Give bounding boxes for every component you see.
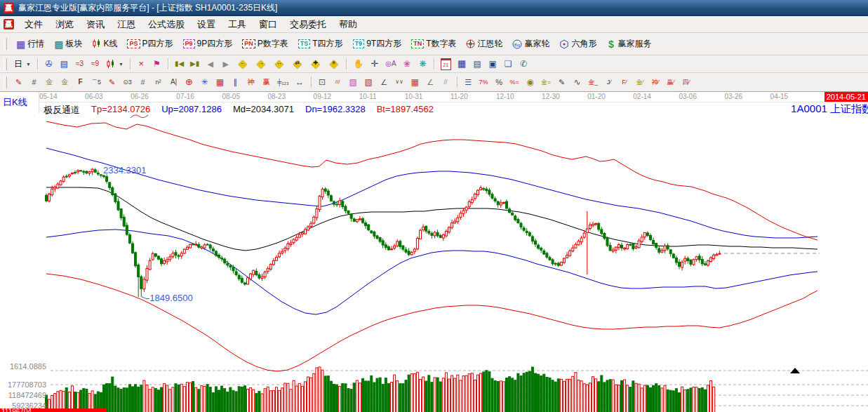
gann-lines-button[interactable]: # xyxy=(27,76,41,89)
measure-tool-button[interactable]: ◎A xyxy=(382,58,399,71)
f-lines-button[interactable]: F xyxy=(73,76,88,89)
menu-item-help[interactable]: 帮助 xyxy=(333,17,363,32)
si-angle-button[interactable]: 四∕ xyxy=(679,76,693,89)
fan-lines-button[interactable]: /// xyxy=(330,76,345,89)
gold-lines2-button[interactable]: 金 xyxy=(58,76,72,89)
shen-tool-button[interactable]: 神 xyxy=(243,76,258,89)
p-square-button[interactable]: PSP四方形 xyxy=(123,36,177,51)
save-button[interactable]: ▣ xyxy=(486,58,500,71)
pct-line-button[interactable]: %= xyxy=(507,76,522,89)
circle3-button[interactable]: ⊙3 xyxy=(120,76,135,89)
network-tool-button[interactable]: ✇ xyxy=(41,58,56,71)
angle2-button[interactable]: ∠ xyxy=(423,76,438,89)
9t-square-button[interactable]: T99T四方形 xyxy=(349,36,406,51)
period-label[interactable]: 日K线 xyxy=(3,96,27,109)
menu-item-window[interactable]: 窗口 xyxy=(253,17,283,32)
menu-item-formula-pick[interactable]: 公式选股 xyxy=(142,17,191,32)
pink-grid-button[interactable]: ▨ xyxy=(346,76,361,89)
tick-marks-button[interactable]: ∥ xyxy=(228,76,243,89)
t-table-button[interactable]: TNT数字表 xyxy=(407,36,460,51)
f-angle-button[interactable]: F∕ xyxy=(617,76,632,89)
pct-button[interactable]: % xyxy=(492,76,507,89)
gann-wheel-button[interactable]: 江恩轮 xyxy=(462,36,507,51)
menu-item-news[interactable]: 资讯 xyxy=(80,17,111,32)
spiral5-button[interactable]: ⌒5 xyxy=(88,76,104,89)
toolbar-grip[interactable] xyxy=(4,77,7,88)
hand-tool-button[interactable]: ✋ xyxy=(350,58,366,71)
notes-button[interactable]: ▤ xyxy=(470,58,485,71)
calculator-button[interactable]: ▦ xyxy=(455,58,469,71)
date-axis[interactable]: 05-1406-0306-2607-1608-0508-2309-1210-11… xyxy=(39,92,868,102)
shrink-all-button[interactable]: ◆✳ xyxy=(325,57,342,72)
wave9-button[interactable]: ≈9 xyxy=(88,58,102,71)
angle-lines-button[interactable]: ∠ xyxy=(377,76,392,89)
vruler-button[interactable]: ☰ xyxy=(461,76,476,89)
hatch-grid-button[interactable]: ▧ xyxy=(361,76,376,89)
menu-item-file[interactable]: 文件 xyxy=(18,17,49,32)
calendar-button[interactable]: 21 xyxy=(438,57,454,72)
brain-tool-button[interactable]: ❋ xyxy=(415,58,430,71)
ying-tool-button[interactable]: 赢 xyxy=(259,76,274,89)
compass-button[interactable]: ⊕ xyxy=(182,76,196,89)
menu-item-trade-order[interactable]: 交易委托 xyxy=(283,17,333,32)
flower-tool-button[interactable]: ❀ xyxy=(400,58,415,71)
gold-angle-button[interactable]: 金∕ xyxy=(632,76,647,89)
9p-square-button[interactable]: P99P四方形 xyxy=(179,36,237,51)
ying-angle-button[interactable]: 赢∕ xyxy=(663,76,678,89)
gold-lines-button[interactable]: 金 xyxy=(42,76,57,89)
box-tool-button[interactable]: ⊡ xyxy=(315,76,330,89)
winner-wheel-button[interactable]: Big赢家轮 xyxy=(508,36,554,51)
j-angle-button[interactable]: J∕ xyxy=(601,76,616,89)
go-first-button[interactable]: ▮◀ xyxy=(172,58,187,71)
export-button[interactable]: ❏ xyxy=(501,58,516,71)
grid-web-button[interactable]: ▦ xyxy=(213,76,227,89)
go-last-button[interactable]: ▶▮ xyxy=(187,58,202,71)
toolbar-grip[interactable] xyxy=(4,38,7,50)
menu-item-tools[interactable]: 工具 xyxy=(222,17,253,32)
menu-item-gann[interactable]: 江恩 xyxy=(111,17,142,32)
slash-lines-button[interactable]: // xyxy=(439,76,453,89)
device-button[interactable]: ✆ xyxy=(516,58,531,71)
gold-level-button[interactable]: 金= xyxy=(538,76,554,89)
draw-pencil2-button[interactable]: ✎ xyxy=(105,76,119,89)
kline-chart[interactable] xyxy=(0,92,868,412)
sector-button[interactable]: ▩板块 xyxy=(50,36,86,51)
pct7-button[interactable]: 7% xyxy=(476,76,491,89)
hexagon-button[interactable]: 六角形 xyxy=(555,36,601,51)
crosshair-tool-button[interactable]: ✛ xyxy=(367,58,382,71)
ruler123-button[interactable]: ╪₁₂₃ xyxy=(274,76,292,89)
draw-pencil-button[interactable]: ✎ xyxy=(11,76,26,89)
expand-all-button[interactable]: ◆✚ xyxy=(307,57,324,72)
zigzag-button[interactable]: ∨∨ xyxy=(392,76,407,89)
market-quote-button[interactable]: ▦行情 xyxy=(12,36,48,51)
next-button[interactable]: ▶ xyxy=(218,58,233,71)
expand-h-button[interactable]: ◆↔ xyxy=(270,57,288,72)
menu-item-settings[interactable]: 设置 xyxy=(191,17,222,32)
flag-chart-button[interactable]: ⚑ xyxy=(149,58,164,71)
kline-button[interactable]: K线 xyxy=(88,36,121,51)
gold-under-button[interactable]: 金_ xyxy=(585,76,601,89)
period-selector[interactable]: 日▼ xyxy=(11,57,34,72)
indicator-name[interactable]: 极反通道 xyxy=(44,104,80,117)
wave-button[interactable]: ∿ xyxy=(570,76,585,89)
pan-left-button[interactable]: ◆← xyxy=(234,57,251,72)
marker-tool-button[interactable]: × xyxy=(134,58,149,71)
n2-lines-button[interactable]: n² xyxy=(151,76,166,89)
gold-coin-button[interactable]: ◉ xyxy=(523,76,538,89)
candle-style-selector[interactable]: ▼ xyxy=(103,58,126,71)
winner-service-button[interactable]: $赢家服务 xyxy=(602,36,655,51)
app-menu-icon[interactable]: 赢 xyxy=(4,19,14,29)
p-table-button[interactable]: PNP数字表 xyxy=(238,36,293,51)
hspan-button[interactable]: ↔ xyxy=(293,76,307,89)
a-lines-button[interactable]: A| xyxy=(166,76,181,89)
web-button[interactable]: ✳ xyxy=(197,76,212,89)
symbol-label[interactable]: 1A0001 上证指数 xyxy=(791,102,868,116)
toolbar-grip[interactable] xyxy=(4,58,7,70)
wave3-button[interactable]: ≈3 xyxy=(72,58,87,71)
pan-right-button[interactable]: ◆→ xyxy=(252,57,269,72)
shrink-h-button[interactable]: ◆⇄ xyxy=(288,57,306,72)
dense-lines-button[interactable]: # xyxy=(135,76,150,89)
red-grid-button[interactable]: ▦ xyxy=(408,76,422,89)
t-square-button[interactable]: TST四方形 xyxy=(294,36,347,51)
candle-pencil-button[interactable]: ✎ xyxy=(554,76,569,89)
